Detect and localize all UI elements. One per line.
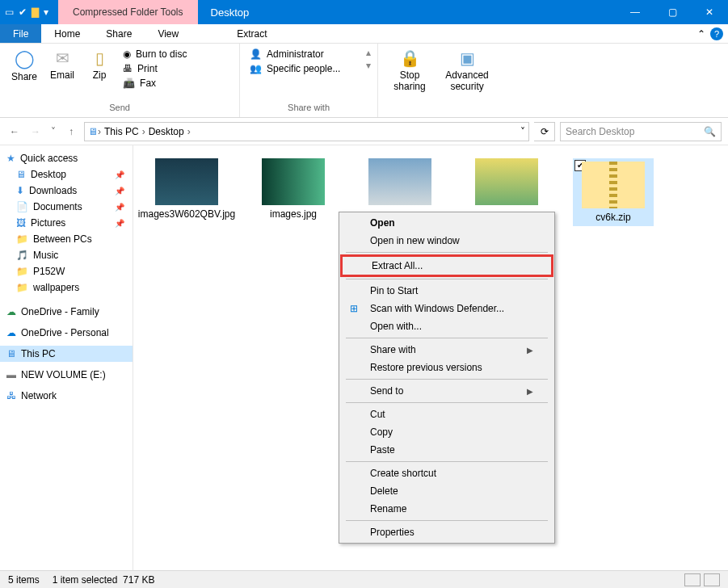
file-menu[interactable]: File	[0, 24, 41, 43]
sidebar-item-music[interactable]: 🎵Music	[0, 247, 133, 263]
cm-properties[interactable]: Properties	[341, 523, 553, 541]
up-button[interactable]: ↑	[63, 126, 79, 137]
tab-share[interactable]: Share	[93, 24, 145, 43]
tab-extract[interactable]: Extract	[224, 24, 280, 43]
label: Pictures	[31, 217, 65, 229]
drive-icon: ▬	[6, 369, 16, 380]
cm-share-with[interactable]: Share with▶	[341, 341, 553, 359]
print-button[interactable]: 🖶Print	[120, 61, 233, 76]
separator	[346, 520, 548, 521]
scroll-up-icon[interactable]: ▴	[366, 47, 371, 58]
file-thumb3[interactable]	[360, 158, 440, 208]
recent-button[interactable]: ˅	[48, 126, 58, 137]
label: Documents	[33, 201, 82, 212]
file-thumb4[interactable]	[466, 158, 547, 208]
label: Send to	[370, 385, 403, 397]
cm-cut[interactable]: Cut	[341, 405, 553, 423]
cm-open[interactable]: Open	[341, 214, 553, 232]
picture-icon: 🖼	[16, 217, 26, 229]
cm-defender[interactable]: ⊞Scan with Windows Defender...	[341, 300, 553, 317]
folder-icon: 📁	[16, 233, 28, 245]
breadcrumb[interactable]: 🖥 › This PC › Desktop › ˅	[84, 122, 529, 141]
cm-open-new[interactable]: Open in new window	[341, 232, 553, 250]
burn-button[interactable]: ◉Burn to disc	[120, 47, 233, 61]
sidebar-this-pc[interactable]: 🖥This PC	[0, 346, 133, 362]
cm-open-with[interactable]: Open with...	[341, 317, 553, 335]
file-images[interactable]: images.jpg	[253, 158, 334, 220]
label: OneDrive - Personal	[21, 327, 109, 338]
download-icon: ⬇	[16, 185, 24, 196]
details-view-icon[interactable]	[684, 573, 701, 586]
share-button[interactable]: ◯ Share	[6, 47, 42, 84]
label: Between PCs	[33, 233, 92, 245]
label: Share with	[370, 344, 416, 355]
sidebar-item-downloads[interactable]: ⬇Downloads📌	[0, 183, 133, 199]
maximize-button[interactable]: ▢	[654, 0, 691, 24]
sidebar-item-p152w[interactable]: 📁P152W	[0, 263, 133, 279]
tab-home[interactable]: Home	[41, 24, 93, 43]
cm-shortcut[interactable]: Create shortcut	[341, 464, 553, 482]
document-icon: 📄	[16, 201, 28, 212]
specific-button[interactable]: 👥Specific people...	[246, 61, 360, 76]
group-sharewith-label: Share with	[246, 101, 371, 114]
sidebar-item-desktop[interactable]: 🖥Desktop📌	[0, 166, 133, 183]
sidebar-item-documents[interactable]: 📄Documents📌	[0, 199, 133, 215]
refresh-button[interactable]: ⟳	[534, 122, 555, 141]
forward-button[interactable]: →	[27, 126, 44, 137]
sidebar-item-between[interactable]: 📁Between PCs	[0, 231, 133, 247]
admin-button[interactable]: 👤Administrator	[246, 47, 360, 61]
separator	[346, 461, 548, 462]
sidebar-onedrive-personal[interactable]: ☁OneDrive - Personal	[0, 325, 133, 341]
title-location: Desktop	[198, 0, 263, 24]
user-icon: 👤	[250, 48, 262, 60]
contextual-tab[interactable]: Compressed Folder Tools	[58, 0, 198, 24]
close-button[interactable]: ✕	[691, 0, 728, 24]
separator	[346, 338, 548, 338]
zip-label: Zip	[93, 69, 107, 81]
sidebar-network[interactable]: 🖧Network	[0, 388, 133, 404]
zip-button[interactable]: ▯ Zip	[82, 47, 116, 82]
qat-dropdown-icon[interactable]: ▾	[44, 6, 48, 18]
collapse-ribbon-icon[interactable]: ⌃	[697, 28, 705, 40]
cm-send-to[interactable]: Send to▶	[341, 382, 553, 400]
sidebar-item-pictures[interactable]: 🖼Pictures📌	[0, 215, 133, 231]
sidebar-item-wallpapers[interactable]: 📁wallpapers	[0, 279, 133, 296]
cm-restore[interactable]: Restore previous versions	[341, 359, 553, 376]
icons-view-icon[interactable]	[704, 573, 720, 586]
address-dropdown-icon[interactable]: ˅	[520, 126, 525, 137]
scroll-down-icon[interactable]: ▾	[366, 60, 371, 71]
stop-sharing-button[interactable]: 🔒 Stop sharing	[385, 47, 435, 94]
cm-delete[interactable]: Delete	[341, 482, 553, 500]
advanced-security-button[interactable]: ▣ Advanced security	[438, 47, 496, 94]
qat-check-icon[interactable]: ✔	[19, 6, 27, 18]
sidebar-drive[interactable]: ▬NEW VOLUME (E:)	[0, 367, 133, 383]
back-button[interactable]: ←	[6, 126, 23, 137]
file-images3w[interactable]: images3W602QBV.jpg	[146, 158, 227, 220]
fax-button[interactable]: 📠Fax	[120, 76, 233, 90]
cm-rename[interactable]: Rename	[341, 500, 553, 518]
folder-icon: 📁	[16, 266, 28, 277]
music-icon: 🎵	[16, 250, 28, 261]
email-icon: ✉	[56, 48, 69, 68]
qat-folder-icon[interactable]: ▇	[32, 6, 39, 18]
pin-icon: 📌	[115, 203, 124, 212]
crumb-thispc[interactable]: This PC	[101, 126, 142, 137]
tab-view[interactable]: View	[145, 24, 191, 43]
cm-extract-all[interactable]: Extract All...	[340, 254, 553, 277]
sidebar-onedrive-family[interactable]: ☁OneDrive - Family	[0, 304, 133, 320]
network-icon: 🖧	[6, 390, 16, 401]
chevron-right-icon: ›	[187, 126, 191, 137]
crumb-desktop[interactable]: Desktop	[145, 126, 187, 137]
help-icon[interactable]: ?	[710, 27, 723, 40]
label: wallpapers	[33, 282, 79, 293]
sidebar-quick-access[interactable]: ★Quick access	[0, 150, 133, 166]
email-button[interactable]: ✉ Email	[45, 47, 79, 82]
file-zip-selected[interactable]: ✔ cv6k.zip	[573, 158, 654, 226]
cm-pin[interactable]: Pin to Start	[341, 282, 553, 300]
search-input[interactable]: Search Desktop 🔍	[560, 122, 722, 141]
file-label: images3W602QBV.jpg	[138, 208, 235, 220]
cm-copy[interactable]: Copy	[341, 423, 553, 441]
minimize-button[interactable]: —	[616, 0, 654, 24]
cm-paste[interactable]: Paste	[341, 441, 553, 459]
separator	[346, 252, 548, 253]
